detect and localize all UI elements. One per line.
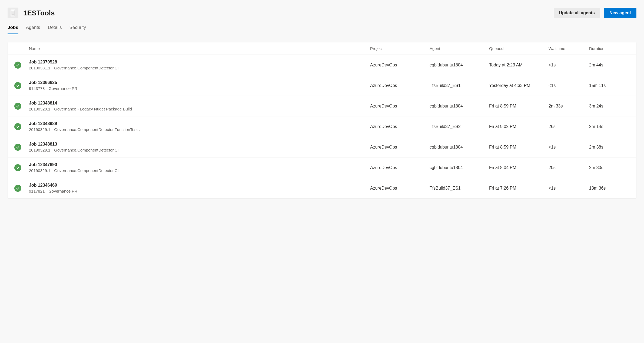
column-header-queued[interactable]: Queued: [489, 46, 549, 51]
table-row[interactable]: Job 1234881420190329.1Governance - Legac…: [8, 96, 636, 116]
table-row[interactable]: Job 1234881320190329.1Governance.Compone…: [8, 137, 636, 157]
job-duration: 2m 44s: [589, 63, 630, 68]
update-all-agents-button[interactable]: Update all agents: [554, 8, 600, 18]
job-build-number: 20190329.1: [29, 168, 50, 173]
job-queued: Fri at 8:04 PM: [489, 165, 549, 170]
job-queued: Yesterday at 4:33 PM: [489, 83, 549, 88]
table-row[interactable]: Job 1234898920190329.1Governance.Compone…: [8, 116, 636, 137]
success-icon: [14, 164, 21, 171]
column-header-project[interactable]: Project: [370, 46, 430, 51]
job-build-number: 9143773: [29, 86, 45, 91]
job-wait-time: 20s: [549, 165, 589, 170]
success-icon: [14, 144, 21, 151]
column-header-duration[interactable]: Duration: [589, 46, 630, 51]
job-pipeline: Governance.ComponentDetector.FunctionTes…: [54, 127, 140, 132]
job-name: Job 12346469: [29, 183, 370, 188]
success-icon: [14, 123, 21, 130]
table-row[interactable]: Job 1234769020190329.1Governance.Compone…: [8, 157, 636, 178]
job-project: AzureDevOps: [370, 104, 430, 109]
table-row[interactable]: Job 123666359143773Governance.PRAzureDev…: [8, 75, 636, 96]
job-agent: cgbldubuntu1804: [430, 165, 489, 170]
job-pipeline: Governance.PR: [48, 86, 77, 91]
job-pipeline: Governance.ComponentDetector.CI: [54, 148, 118, 152]
tab-agents[interactable]: Agents: [26, 25, 40, 34]
job-name: Job 12347690: [29, 162, 370, 167]
job-build-number: 9117821: [29, 189, 45, 193]
table-row[interactable]: Job 1237052820190331.1Governance.Compone…: [8, 55, 636, 75]
job-pipeline: Governance - Legacy Nuget Package Build: [54, 107, 132, 111]
job-duration: 2m 14s: [589, 124, 630, 129]
job-pipeline: Governance.ComponentDetector.CI: [54, 168, 118, 173]
job-build-number: 20190331.1: [29, 66, 50, 70]
job-name: Job 12348814: [29, 101, 370, 106]
job-project: AzureDevOps: [370, 124, 430, 129]
jobs-table: Name Project Agent Queued Wait time Dura…: [8, 42, 636, 199]
job-queued: Fri at 8:59 PM: [489, 104, 549, 109]
job-name: Job 12366635: [29, 80, 370, 85]
job-build-number: 20190329.1: [29, 107, 50, 111]
job-project: AzureDevOps: [370, 186, 430, 191]
tab-security[interactable]: Security: [69, 25, 86, 34]
job-wait-time: <1s: [549, 186, 589, 191]
job-name: Job 12348813: [29, 142, 370, 147]
job-agent: TfsBuild37_ES1: [430, 83, 489, 88]
job-duration: 2m 30s: [589, 165, 630, 170]
new-agent-button[interactable]: New agent: [604, 8, 636, 18]
table-row[interactable]: Job 123464699117821Governance.PRAzureDev…: [8, 178, 636, 198]
job-project: AzureDevOps: [370, 145, 430, 150]
job-agent: cgbldubuntu1804: [430, 145, 489, 150]
job-project: AzureDevOps: [370, 83, 430, 88]
job-pipeline: Governance.PR: [48, 189, 77, 193]
job-build-number: 20190329.1: [29, 127, 50, 132]
pool-icon: [8, 8, 18, 18]
job-duration: 13m 36s: [589, 186, 630, 191]
job-agent: cgbldubuntu1804: [430, 63, 489, 68]
page-title: 1ESTools: [23, 9, 55, 17]
job-queued: Today at 2:23 AM: [489, 63, 549, 68]
column-header-name[interactable]: Name: [29, 46, 370, 51]
job-project: AzureDevOps: [370, 63, 430, 68]
success-icon: [14, 82, 21, 89]
job-wait-time: <1s: [549, 145, 589, 150]
job-agent: TfsBuild37_ES1: [430, 186, 489, 191]
job-wait-time: <1s: [549, 83, 589, 88]
job-wait-time: 26s: [549, 124, 589, 129]
job-agent: cgbldubuntu1804: [430, 104, 489, 109]
table-header-row: Name Project Agent Queued Wait time Dura…: [8, 42, 636, 55]
job-duration: 3m 24s: [589, 104, 630, 109]
column-header-wait-time[interactable]: Wait time: [549, 46, 589, 51]
job-build-number: 20190329.1: [29, 148, 50, 152]
success-icon: [14, 62, 21, 69]
success-icon: [14, 103, 21, 110]
success-icon: [14, 185, 21, 192]
job-wait-time: 2m 33s: [549, 104, 589, 109]
job-pipeline: Governance.ComponentDetector.CI: [54, 66, 118, 70]
job-duration: 2m 38s: [589, 145, 630, 150]
job-queued: Fri at 9:02 PM: [489, 124, 549, 129]
job-wait-time: <1s: [549, 63, 589, 68]
job-name: Job 12370528: [29, 60, 370, 65]
job-agent: TfsBuild37_ES2: [430, 124, 489, 129]
job-duration: 15m 11s: [589, 83, 630, 88]
job-name: Job 12348989: [29, 121, 370, 126]
job-project: AzureDevOps: [370, 165, 430, 170]
tabs: Jobs Agents Details Security: [8, 25, 636, 35]
job-queued: Fri at 8:59 PM: [489, 145, 549, 150]
column-header-agent[interactable]: Agent: [430, 46, 489, 51]
tab-jobs[interactable]: Jobs: [8, 25, 18, 34]
tab-details[interactable]: Details: [48, 25, 62, 34]
job-queued: Fri at 7:26 PM: [489, 186, 549, 191]
